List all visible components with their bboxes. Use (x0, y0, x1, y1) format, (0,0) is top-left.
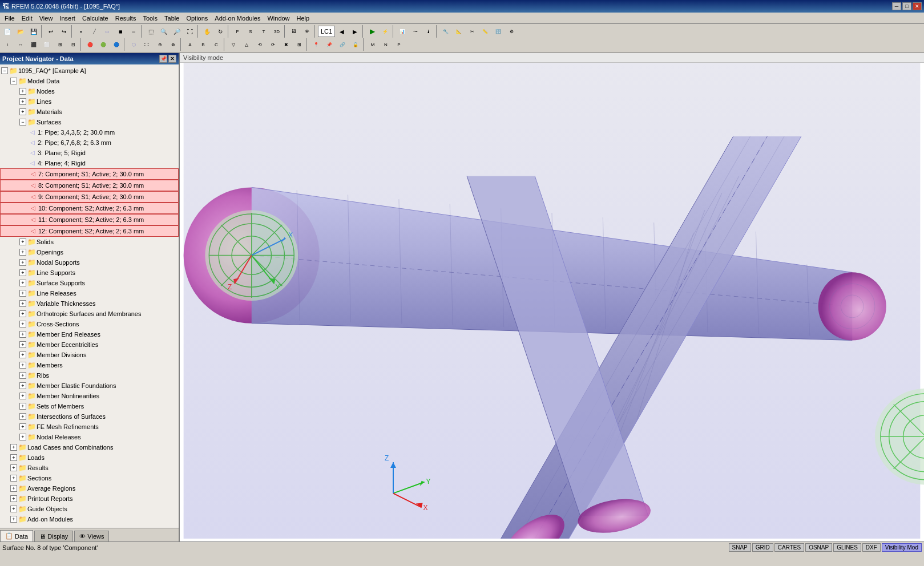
tb2-19[interactable]: ⟲ (253, 38, 266, 51)
tree-surfaces[interactable]: − 📁 Surfaces (0, 117, 179, 127)
member-eccentricities-toggle[interactable]: + (19, 341, 26, 348)
tb-deform[interactable]: 〜 (409, 25, 422, 38)
tb2-17[interactable]: ▽ (227, 38, 240, 51)
nav-header-controls[interactable]: 📌 ✕ (159, 55, 176, 63)
tree-results[interactable]: + 📁 Results (0, 463, 179, 473)
surface-supports-toggle[interactable]: + (19, 280, 26, 286)
intersections-toggle[interactable]: + (19, 413, 26, 420)
openings-toggle[interactable]: + (19, 249, 26, 256)
tb2-25[interactable]: 🔗 (336, 38, 349, 51)
tree-average-regions[interactable]: + 📁 Average Regions (0, 483, 179, 494)
tb2-18[interactable]: △ (240, 38, 253, 51)
tb2-29[interactable]: P (393, 38, 405, 51)
tree-fe-mesh[interactable]: + 📁 FE Mesh Refinements (0, 422, 179, 432)
viewport[interactable]: Visibility mode (180, 53, 924, 541)
tree-line-releases[interactable]: + 📁 Line Releases (0, 288, 179, 298)
minimize-button[interactable]: ─ (892, 2, 901, 10)
tb-lc-prev[interactable]: ◀ (336, 25, 348, 38)
tb2-12[interactable]: ⊕ (154, 38, 166, 51)
tb-view-top[interactable]: T (257, 25, 270, 38)
snap-button[interactable]: SNAP (729, 543, 751, 552)
model-data-toggle[interactable]: − (10, 78, 17, 84)
tb-view-side[interactable]: S (244, 25, 257, 38)
glines-button[interactable]: GLINES (833, 543, 861, 552)
lines-toggle[interactable]: + (19, 98, 26, 105)
tree-surf-7[interactable]: ◁ 7: Component; S1; Active; 2; 30.0 mm (0, 168, 179, 180)
nav-close-button[interactable]: ✕ (168, 55, 176, 63)
tb-lc-next[interactable]: ▶ (349, 25, 361, 38)
tree-intersections[interactable]: + 📁 Intersections of Surfaces (0, 411, 179, 422)
tb2-21[interactable]: ✖ (280, 38, 292, 51)
tb-rotate[interactable]: ↻ (214, 25, 227, 38)
tree-nodal-releases[interactable]: + 📁 Nodal Releases (0, 432, 179, 442)
tb2-16[interactable]: C (210, 38, 223, 51)
tb2-3[interactable]: ⬛ (27, 38, 40, 51)
nav-tab-data[interactable]: 📋 Data (0, 530, 33, 541)
menu-options[interactable]: Options (183, 14, 211, 23)
tree-surf-9[interactable]: ◁ 9: Component; S1; Active; 2; 30.0 mm (0, 191, 179, 203)
tb-view-front[interactable]: F (231, 25, 244, 38)
tree-surf-11[interactable]: ◁ 11: Component; S2; Active; 2; 6.3 mm (0, 214, 179, 225)
tree-variable-thicknesses[interactable]: + 📁 Variable Thicknesses (0, 298, 179, 309)
tree-root[interactable]: − 📁 1095_FAQ* [Example A] (0, 66, 179, 76)
tree-guide-objects[interactable]: + 📁 Guide Objects (0, 504, 179, 514)
nav-tree[interactable]: − 📁 1095_FAQ* [Example A] − 📁 Model Data… (0, 64, 179, 528)
tb-extra3[interactable]: ✂ (466, 25, 478, 38)
tree-surface-supports[interactable]: + 📁 Surface Supports (0, 278, 179, 288)
tb-zoom-fit[interactable]: ⛶ (184, 25, 196, 38)
tree-printout-reports[interactable]: + 📁 Printout Reports (0, 494, 179, 504)
tree-load-cases[interactable]: + 📁 Load Cases and Combinations (0, 442, 179, 452)
osnap-button[interactable]: OSNAP (805, 543, 832, 552)
tb-extra6[interactable]: ⚙ (505, 25, 518, 38)
var-thick-toggle[interactable]: + (19, 300, 26, 307)
tb-zoom-in[interactable]: 🔍 (158, 25, 170, 38)
tree-member-divisions[interactable]: + 📁 Member Divisions (0, 350, 179, 360)
tb2-11[interactable]: ⛶ (140, 38, 153, 51)
materials-toggle[interactable]: + (19, 108, 26, 115)
load-cases-toggle[interactable]: + (10, 444, 17, 451)
tree-line-supports[interactable]: + 📁 Line Supports (0, 268, 179, 278)
menu-insert[interactable]: Insert (56, 14, 79, 23)
menu-tools[interactable]: Tools (139, 14, 161, 23)
menu-view[interactable]: View (36, 14, 57, 23)
tree-member-eccentricities[interactable]: + 📁 Member Eccentricities (0, 339, 179, 350)
tree-surf-2[interactable]: ◁ 2: Pipe; 6,7,6,8; 2; 6.3 mm (0, 138, 179, 148)
addon-modules-toggle[interactable]: + (10, 516, 17, 523)
tb-render[interactable]: 🖼 (288, 25, 300, 38)
fe-mesh-toggle[interactable]: + (19, 423, 26, 430)
viewport-canvas[interactable]: X Y Z Y X Z (180, 63, 924, 539)
tb-zoom-out[interactable]: 🔎 (171, 25, 183, 38)
printout-reports-toggle[interactable]: + (10, 495, 17, 502)
tree-nodes[interactable]: + 📁 Nodes (0, 86, 179, 96)
tb2-28[interactable]: N (380, 38, 392, 51)
tree-openings[interactable]: + 📁 Openings (0, 247, 179, 257)
lc-selector[interactable]: LC1 (318, 26, 335, 37)
tb2-2[interactable]: ↔ (14, 38, 27, 51)
tb2-26[interactable]: 🔓 (349, 38, 362, 51)
nav-pin-button[interactable]: 📌 (159, 55, 167, 63)
tree-member-elastic[interactable]: + 📁 Member Elastic Foundations (0, 381, 179, 391)
member-divisions-toggle[interactable]: + (19, 351, 26, 358)
tb2-23[interactable]: 📍 (310, 38, 322, 51)
tb2-8[interactable]: 🟢 (97, 38, 110, 51)
tb2-6[interactable]: ⊟ (67, 38, 79, 51)
tree-surf-4[interactable]: ◁ 4: Plane; 4; Rigid (0, 158, 179, 168)
solids-toggle[interactable]: + (19, 238, 26, 245)
tree-surf-12[interactable]: ◁ 12: Component; S2; Active; 2; 6.3 mm (0, 225, 179, 237)
tree-ortho-surfaces[interactable]: + 📁 Orthotropic Surfaces and Membranes (0, 309, 179, 319)
line-releases-toggle[interactable]: + (19, 290, 26, 297)
tree-surf-10[interactable]: ◁ 10: Component; S2; Active; 2; 6.3 mm (0, 203, 179, 214)
tree-materials[interactable]: + 📁 Materials (0, 107, 179, 117)
nodes-toggle[interactable]: + (19, 88, 26, 95)
tree-surf-3[interactable]: ◁ 3: Plane; 5; Rigid (0, 148, 179, 158)
tree-members[interactable]: + 📁 Members (0, 360, 179, 370)
restore-button[interactable]: □ (902, 2, 911, 10)
tb-select[interactable]: ⬚ (144, 25, 157, 38)
tb-visibility[interactable]: 👁 (301, 25, 313, 38)
member-nonlinearities-toggle[interactable]: + (19, 393, 26, 399)
cross-sections-toggle[interactable]: + (19, 321, 26, 328)
tb2-5[interactable]: ⊞ (54, 38, 66, 51)
tb2-13[interactable]: ⊗ (167, 38, 179, 51)
tree-member-nonlinearities[interactable]: + 📁 Member Nonlinearities (0, 391, 179, 401)
members-toggle[interactable]: + (19, 362, 26, 369)
